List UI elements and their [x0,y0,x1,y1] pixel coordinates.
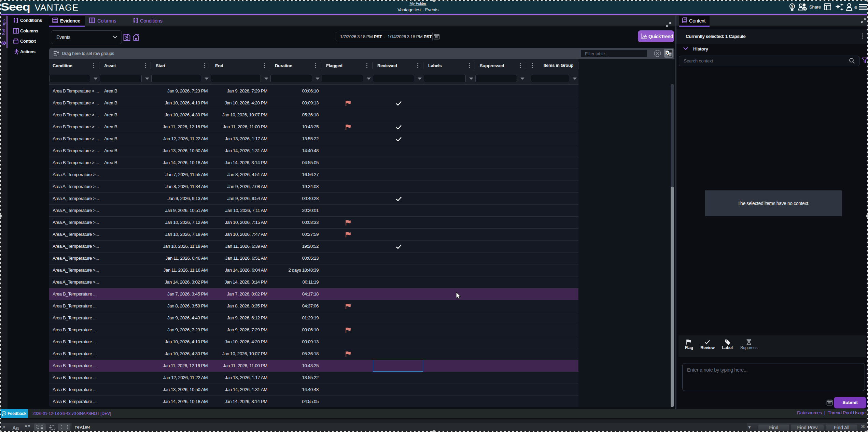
svg-text:$: $ [791,4,793,8]
svg-text:X: X [666,51,669,55]
